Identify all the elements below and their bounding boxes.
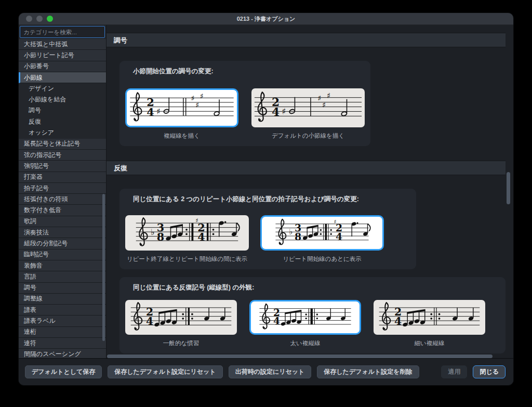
sidebar-item[interactable]: デザイン [19, 83, 106, 94]
horizontal-scrollbar-thumb[interactable] [107, 355, 493, 358]
vertical-scrollbar-thumb[interactable] [507, 172, 510, 204]
window-title: 0213 - 浄書オプション [19, 13, 513, 24]
sidebar-scrollbar-thumb[interactable] [102, 194, 105, 341]
sidebar-item[interactable]: 延長記号と休止記号 [19, 139, 106, 150]
category-search-input[interactable] [20, 26, 105, 38]
sidebar-item[interactable]: 拍子記号 [19, 183, 106, 194]
option: 24♯♯♯♯デフォルトの小節線を描く [251, 88, 365, 140]
sidebar-item[interactable]: 組段の分割記号 [19, 238, 106, 249]
sidebar-item-label: 譜表ラベル [24, 317, 56, 325]
svg-text:4: 4 [394, 315, 402, 327]
sidebar-item[interactable]: 演奏技法 [19, 227, 106, 238]
svg-text:♯: ♯ [195, 101, 199, 109]
music-notation-image: 24 [374, 300, 485, 335]
option-caption: リピート開始線のあとに表示 [260, 255, 384, 263]
footer-button[interactable]: 出荷時の設定にリセット [229, 365, 312, 378]
minimize-window-button[interactable] [36, 16, 43, 22]
option-card[interactable]: ♭38♯24 [125, 215, 249, 251]
footer-button[interactable]: 保存したデフォルト設定を削除 [317, 365, 419, 378]
option-caption: 太い複縦線 [249, 339, 361, 347]
titlebar: 0213 - 浄書オプション [19, 13, 513, 25]
close-window-button[interactable] [26, 16, 32, 22]
sidebar-item[interactable]: 小節線 [19, 72, 106, 83]
option-cards-row: 24♯♯♯♯複縦線を描く24♯♯♯♯デフォルトの小節線を描く [125, 88, 370, 140]
svg-text:4: 4 [273, 316, 280, 326]
sidebar-item[interactable]: 強弱記号 [19, 161, 106, 172]
sidebar-item[interactable]: 小節番号 [19, 61, 106, 72]
sections-container: 調号小節開始位置の調号の変更:24♯♯♯♯複縦線を描く24♯♯♯♯デフォルトの小… [107, 33, 513, 353]
main-panel: 調号小節開始位置の調号の変更:24♯♯♯♯複縦線を描く24♯♯♯♯デフォルトの小… [107, 25, 513, 358]
sidebar-item[interactable]: 譜表ラベル [19, 316, 106, 326]
sidebar-item[interactable]: 連符 [19, 338, 106, 349]
sidebar-item[interactable]: 括弧付きの符頭 [19, 194, 106, 205]
sidebar-item[interactable]: オッシア [19, 127, 106, 138]
close-button[interactable]: 閉じる [473, 365, 506, 378]
footer-button[interactable]: 保存したデフォルト設定にリセット [108, 365, 222, 378]
sidebar-item[interactable]: 譜表 [19, 305, 106, 316]
option-card[interactable]: 24♯♯♯♯ [251, 88, 365, 127]
section-header: 反復 [107, 161, 506, 175]
sidebar-item-label: 大括弧と中括弧 [24, 40, 68, 49]
option-group-label: 同じ位置にある 2 つのリピート小節線と同位置の拍子記号および調号の変更: [125, 195, 416, 204]
option-caption: 複縦線を描く [125, 132, 238, 140]
sidebar-item[interactable]: 調号 [19, 106, 106, 116]
sidebar-item-label: 歌詞 [24, 217, 36, 226]
music-notation-image: 24 [251, 301, 360, 333]
sidebar-item[interactable]: 調整線 [19, 294, 106, 305]
sidebar-item-label: デザイン [29, 84, 54, 93]
svg-text:♭: ♭ [151, 227, 155, 237]
music-notation-image: 24♯♯♯♯ [127, 90, 237, 126]
option: 24一般的な慣習 [125, 300, 237, 347]
music-notation-image: 24 [125, 300, 237, 335]
option-card-selected[interactable]: ♭38♯24 [260, 215, 384, 251]
sidebar-item-label: 間隔のスペーシング [24, 350, 81, 358]
option-caption: 細い複縦線 [374, 339, 485, 347]
option-group-label: 小節開始位置の調号の変更: [125, 67, 370, 76]
sidebar-item-label: 延長記号と休止記号 [24, 139, 80, 148]
zoom-window-button[interactable] [47, 16, 53, 22]
option: 24太い複縦線 [249, 300, 361, 347]
sidebar-item-label: 打楽器 [24, 173, 43, 181]
option-group-panel: 同じ位置にある反復記号 (縦線型) の外観:24一般的な慣習24太い複縦線24細… [119, 277, 506, 353]
footer-left-buttons: デフォルトとして保存保存したデフォルト設定にリセット出荷時の設定にリセット保存し… [25, 365, 419, 378]
svg-text:♯: ♯ [200, 92, 204, 100]
svg-text:4: 4 [197, 230, 205, 243]
sidebar-item[interactable]: 反復 [19, 116, 106, 127]
option-card-selected[interactable]: 24 [249, 300, 361, 335]
apply-button[interactable]: 適用 [441, 365, 467, 378]
svg-text:♯: ♯ [282, 106, 286, 116]
sidebar-item[interactable]: 歌詞 [19, 216, 106, 227]
sidebar-item[interactable]: 言語 [19, 271, 106, 282]
option-caption: リピート終了線とリピート開始線の間に表示 [125, 255, 249, 263]
window-body: 大括弧と中括弧小節リピート記号小節番号小節線デザイン小節線を結合調号反復オッシア… [19, 25, 513, 358]
svg-text:8: 8 [295, 231, 301, 242]
sidebar-item-label: 連符 [24, 339, 36, 348]
sidebar-item[interactable]: 調号 [19, 283, 106, 294]
sidebar-item-label: オッシア [29, 128, 54, 137]
sidebar-item-label: 小節線 [24, 73, 43, 82]
footer-bar: デフォルトとして保存保存したデフォルト設定にリセット出荷時の設定にリセット保存し… [19, 358, 513, 385]
sidebar-item[interactable]: 弦の指示記号 [19, 150, 106, 161]
sidebar-item[interactable]: 数字付き低音 [19, 205, 106, 216]
option-card[interactable]: 24 [125, 300, 237, 335]
sidebar-item[interactable]: 打楽器 [19, 172, 106, 183]
sidebar-item[interactable]: 装飾音 [19, 260, 106, 271]
sidebar-item-label: 数字付き低音 [24, 206, 61, 215]
option-card[interactable]: 24 [374, 300, 485, 335]
sidebar-item[interactable]: 連桁 [19, 327, 106, 338]
sidebar-item[interactable]: 臨時記号 [19, 250, 106, 260]
svg-text:4: 4 [147, 106, 154, 119]
sidebar-item-label: 譜表 [24, 306, 36, 314]
sidebar-item[interactable]: 大括弧と中括弧 [19, 39, 106, 50]
sidebar-item[interactable]: 小節リピート記号 [19, 50, 106, 61]
traffic-lights [26, 16, 53, 22]
sidebar-item[interactable]: 小節線を結合 [19, 94, 106, 105]
option-group-label: 同じ位置にある反復記号 (縦線型) の外観: [125, 283, 506, 292]
option-group-panel: 同じ位置にある 2 つのリピート小節線と同位置の拍子記号および調号の変更:♭38… [119, 189, 416, 269]
option-card-selected[interactable]: 24♯♯♯♯ [125, 88, 238, 127]
footer-button[interactable]: デフォルトとして保存 [25, 365, 102, 378]
sidebar-item[interactable]: 間隔のスペーシング [19, 349, 106, 358]
section-header: 調号 [107, 33, 506, 47]
sidebar-item-label: 連桁 [24, 327, 36, 336]
sidebar-item-label: 組段の分割記号 [24, 239, 68, 248]
